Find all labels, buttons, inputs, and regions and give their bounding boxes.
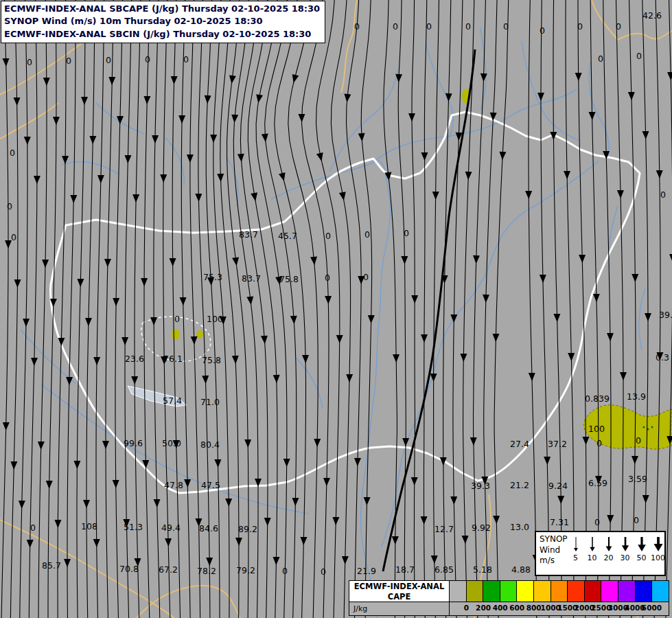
streamline: [553, 0, 561, 618]
cape-color-cell: [450, 581, 467, 602]
wind-arrow-icon: [574, 548, 578, 551]
streamline-arrow-icon: [493, 516, 500, 524]
cape-patch-dot: [643, 426, 645, 428]
streamline: [412, 0, 415, 618]
streamline-arrow-icon: [132, 194, 139, 203]
streamline-arrow-icon: [540, 275, 546, 283]
streamline-arrow-icon: [432, 192, 439, 200]
streamline: [38, 0, 47, 618]
wind-speed-value: 10: [584, 553, 601, 562]
streamline-arrow-icon: [113, 298, 119, 306]
cape-legend-title-box: ECMWF-INDEX-ANAL CAPE: [349, 581, 450, 602]
streamline-arrow-icon: [421, 152, 428, 161]
streamline-arrow-icon: [401, 256, 408, 264]
streamline-arrow-icon: [656, 170, 663, 179]
cape-color-cell: [636, 581, 653, 602]
streamline-arrow-icon: [607, 333, 614, 341]
streamline: [154, 0, 160, 618]
streamline-arrow-icon: [244, 439, 251, 448]
streamline: [474, 0, 486, 618]
streamline-arrow-icon: [402, 438, 409, 446]
streamline-arrow-icon: [568, 353, 575, 361]
streamline-arrow-icon: [632, 456, 638, 464]
streamline-arrow-icon: [358, 133, 366, 142]
streamline-arrow-icon: [645, 313, 651, 321]
streamline-arrow-icon: [14, 98, 21, 106]
bold-streamline: [383, 49, 475, 571]
streamline-arrow-icon: [316, 152, 325, 162]
streamline-arrow-icon: [557, 496, 564, 504]
streamline-arrow-icon: [579, 255, 586, 263]
streamline-arrow-icon: [217, 174, 224, 182]
river: [639, 288, 645, 350]
streamline: [106, 0, 114, 618]
streamline-arrow-icon: [363, 497, 370, 505]
streamline-arrow-icon: [178, 115, 185, 124]
cape-color-cell: [467, 581, 484, 602]
streamline-arrow-icon: [246, 296, 254, 305]
cape-tick-value: 600: [509, 604, 524, 612]
streamline: [248, 0, 277, 618]
streamline-arrow-icon: [43, 78, 50, 86]
cape-colorbar: [450, 581, 669, 602]
streamline: [172, 0, 180, 618]
streamline-arrow-icon: [225, 499, 232, 507]
streamline-arrow-icon: [207, 277, 215, 286]
streamline-arrow-icon: [582, 437, 589, 445]
streamline-arrow-icon: [81, 97, 88, 105]
streamline-arrow-icon: [279, 172, 288, 182]
streamline-arrow-icon: [669, 254, 672, 262]
streamline-arrow-icon: [85, 318, 92, 326]
lake-balaton: [128, 386, 187, 407]
streamline-arrow-icon: [134, 558, 141, 566]
streamline-arrow-icon: [93, 357, 100, 365]
country-border-hungary: [50, 112, 640, 493]
streamline-arrow-icon: [342, 556, 349, 564]
streamline-arrow-icon: [408, 113, 415, 122]
title-line-sbcape: ECMWF-INDEX-ANAL SBCAPE (J/kg) Thursday …: [4, 3, 320, 15]
streamline-arrow-icon: [332, 517, 339, 525]
streamline-arrow-icon: [66, 377, 73, 385]
streamline-arrow-icon: [300, 537, 307, 545]
streamline-arrow-icon: [492, 334, 499, 342]
wind-speed-value: 100: [650, 553, 667, 562]
streamline-arrow-icon: [160, 174, 167, 183]
streamline-arrow-icon: [113, 480, 119, 488]
wind-arrow-icon: [638, 545, 646, 551]
streamline: [541, 0, 549, 618]
map-canvas: [0, 0, 672, 618]
streamline-arrow-icon: [231, 115, 238, 124]
streamline: [347, 0, 362, 618]
streamline: [590, 0, 599, 618]
wind-legend-scale: 510203050100: [568, 532, 671, 575]
streamline-arrow-icon: [191, 336, 198, 345]
streamline-arrow-icon: [152, 135, 159, 144]
streamline: [240, 0, 268, 618]
streamline: [494, 0, 509, 618]
wind-legend: SYNOP Wind m/s 510203050100: [535, 531, 666, 576]
streamline-arrow-icon: [354, 458, 361, 466]
wind-legend-title: SYNOP: [540, 534, 568, 545]
streamline-arrow-icon: [275, 276, 283, 285]
streamline-arrow-icon: [83, 500, 90, 508]
river: [62, 162, 120, 175]
streamline-arrow-icon: [323, 478, 330, 486]
title-line-sbcin: ECMWF-INDEX-ANAL SBCIN (J/kg) Thursday 0…: [4, 28, 320, 41]
rivers: [21, 27, 645, 618]
streamline-arrow-icon: [180, 297, 187, 306]
streamline: [206, 0, 220, 618]
streamline-arrow-icon: [214, 459, 221, 468]
streamline-arrow-icon: [617, 190, 624, 198]
cape-colorbar-legend: ECMWF-INDEX-ANAL CAPE J/kg 0200400600800…: [349, 580, 669, 616]
streamline-arrow-icon: [628, 92, 635, 100]
streamline-arrow-icon: [73, 461, 80, 469]
river: [522, 41, 580, 141]
streamline-arrow-icon: [123, 519, 130, 527]
wind-arrow-icon: [605, 547, 612, 551]
streamline: [398, 0, 406, 618]
wind-arrow-icon: [653, 544, 662, 551]
streamline-arrow-icon: [392, 536, 399, 545]
streamline: [529, 0, 537, 618]
streamline: [642, 0, 648, 618]
streamline: [361, 0, 371, 618]
